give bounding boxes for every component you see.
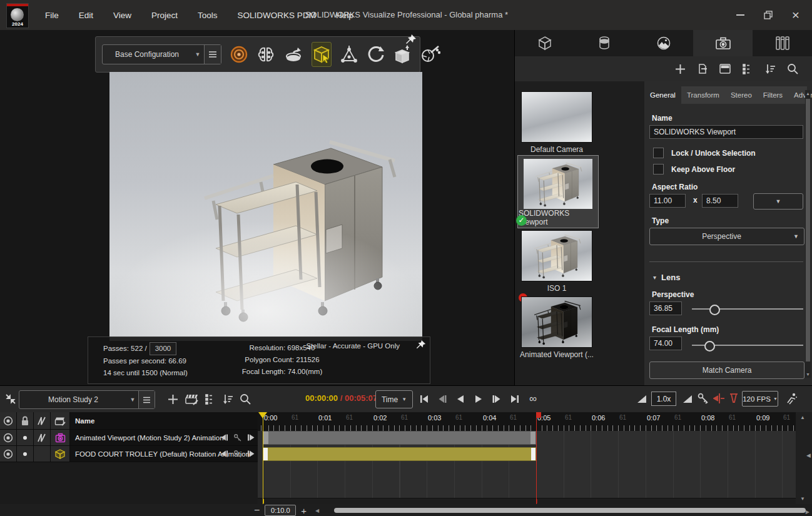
motion-study-menu-icon[interactable] (138, 391, 155, 408)
rotate-view-icon[interactable] (367, 43, 385, 66)
render-animation-icon[interactable] (183, 390, 200, 408)
tab-cameras[interactable] (693, 30, 753, 56)
scroll-left-icon[interactable]: ◀ (315, 508, 319, 513)
stats-pin-icon[interactable] (416, 340, 426, 350)
tab-general[interactable]: General (644, 86, 681, 104)
ramp-in-icon[interactable] (637, 394, 647, 404)
add-keyframe-button[interactable] (233, 433, 242, 442)
tab-appearances[interactable] (574, 30, 634, 56)
restore-button[interactable] (763, 10, 773, 20)
animation-bar-rotation[interactable] (263, 447, 536, 461)
split-view-icon[interactable] (719, 64, 731, 74)
match-camera-button[interactable]: Match Camera (649, 362, 804, 379)
animation-bar-camera[interactable] (263, 431, 536, 445)
ramp-out-icon[interactable] (683, 394, 693, 404)
track-row-food-court-trolley[interactable]: FOOD COURT TROLLEY (Default) Rotation An… (0, 446, 258, 462)
character-pose-icon[interactable] (786, 392, 798, 405)
scrollbar-thumb[interactable] (806, 99, 810, 362)
curve-toggle[interactable] (34, 430, 51, 446)
name-input[interactable] (649, 125, 803, 139)
aspect-width-input[interactable] (649, 194, 686, 208)
lock-unlock-checkbox[interactable] (653, 148, 664, 158)
tab-environments[interactable] (634, 30, 693, 56)
tab-transform[interactable]: Transform (681, 86, 725, 104)
select-object-icon[interactable] (312, 42, 332, 67)
timeline-lanes[interactable] (258, 431, 796, 504)
add-camera-icon[interactable] (675, 64, 686, 74)
aspect-preset-dropdown[interactable]: ▼ (753, 193, 803, 210)
end-time-marker[interactable] (536, 412, 537, 504)
minimize-button[interactable] (736, 14, 744, 16)
sort-icon[interactable] (764, 64, 776, 74)
menu-tools[interactable]: Tools (188, 11, 228, 20)
configuration-dropdown[interactable]: Base Configuration ▼ (102, 44, 221, 64)
playhead-handle[interactable] (258, 412, 267, 418)
configuration-menu-icon[interactable] (204, 45, 221, 64)
flip-keyframes-icon[interactable] (713, 393, 726, 404)
loop-toggle[interactable]: ∞ (527, 393, 539, 405)
keep-above-floor-checkbox[interactable] (653, 164, 664, 175)
visibility-toggle[interactable] (0, 430, 17, 446)
scroll-up-icon[interactable]: ▲ (805, 91, 811, 96)
model-box-icon[interactable] (393, 43, 412, 66)
playback-speed-input[interactable] (651, 392, 676, 406)
focal-length-input[interactable] (649, 336, 682, 350)
skip-to-start-button[interactable] (418, 393, 430, 405)
bar-end-handle[interactable] (530, 432, 535, 444)
zoom-out-button[interactable]: − (254, 505, 260, 516)
curve-toggle[interactable] (34, 446, 51, 462)
add-keyframe-button[interactable] (233, 450, 242, 458)
camera-item-animated-viewport[interactable]: Animated Viewport (... (521, 296, 594, 359)
lock-toggle[interactable] (17, 446, 34, 462)
type-dropdown[interactable]: Perspective ▼ (649, 228, 804, 245)
properties-scrollbar[interactable]: ▲ ▼ (805, 90, 811, 378)
camera-item-iso1[interactable]: ISO 1 (521, 230, 594, 293)
list-options-icon[interactable] (201, 390, 219, 408)
playhead[interactable] (263, 412, 263, 504)
app-logo-icon[interactable]: 2024 (6, 3, 29, 28)
skip-to-end-button[interactable] (509, 393, 521, 405)
scroll-up-icon[interactable]: ▲ (800, 415, 805, 420)
pivot-axes-icon[interactable] (340, 43, 358, 66)
add-animation-icon[interactable] (164, 390, 181, 408)
toolbar-pin-icon[interactable] (405, 34, 417, 45)
play-reverse-button[interactable] (454, 393, 467, 405)
prev-keyframe-button[interactable] (220, 434, 228, 441)
camera-item-default[interactable]: Default Camera (521, 91, 594, 154)
expand-bottom-right-icon[interactable]: ▶ (806, 509, 809, 515)
ai-denoiser-brain-icon[interactable] (256, 43, 275, 66)
turntable-icon[interactable] (283, 43, 303, 66)
motion-study-dropdown[interactable]: Motion Study 2 ▼ (19, 390, 155, 409)
close-button[interactable]: × (792, 10, 799, 20)
export-icon[interactable] (697, 63, 708, 74)
lens-collapse-icon[interactable]: ▾ (653, 274, 656, 281)
passes-limit-field[interactable]: 3000 (150, 342, 177, 355)
play-button[interactable] (472, 393, 485, 405)
list-options-icon[interactable] (742, 63, 753, 74)
bar-start-handle[interactable] (263, 432, 268, 444)
focal-length-slider[interactable] (692, 345, 803, 346)
step-forward-button[interactable] (490, 393, 503, 405)
camera-item-solidworks-viewport[interactable]: ✓ SOLIDWORKS Viewport (517, 155, 599, 228)
menu-view[interactable]: View (103, 11, 141, 20)
fps-dropdown[interactable]: 120 FPS ▼ (742, 391, 778, 407)
perspective-slider[interactable] (692, 308, 803, 310)
scroll-down-icon[interactable]: ▼ (800, 496, 805, 502)
tab-models[interactable] (515, 30, 574, 56)
tab-libraries[interactable] (753, 30, 812, 56)
perspective-slider-thumb[interactable] (709, 305, 720, 315)
perspective-input[interactable] (649, 301, 682, 315)
visibility-toggle[interactable] (0, 446, 17, 462)
collapse-panel-icon[interactable] (5, 393, 16, 405)
prev-keyframe-button[interactable] (220, 450, 228, 457)
track-row-animated-viewport[interactable]: Animated Viewport (Motion Study 2) Anima… (0, 430, 258, 446)
keyframe-key-icon[interactable] (697, 392, 709, 405)
render-camera-wand-icon[interactable] (420, 43, 440, 66)
next-keyframe-button[interactable] (247, 434, 255, 441)
tab-stereo[interactable]: Stereo (725, 86, 758, 104)
render-image[interactable] (109, 72, 422, 341)
time-mode-dropdown[interactable]: Time ▼ (375, 390, 413, 408)
zoom-range-input[interactable] (265, 505, 296, 516)
3d-viewport[interactable]: Base Configuration ▼ (0, 30, 515, 385)
sort-icon[interactable] (219, 390, 236, 408)
